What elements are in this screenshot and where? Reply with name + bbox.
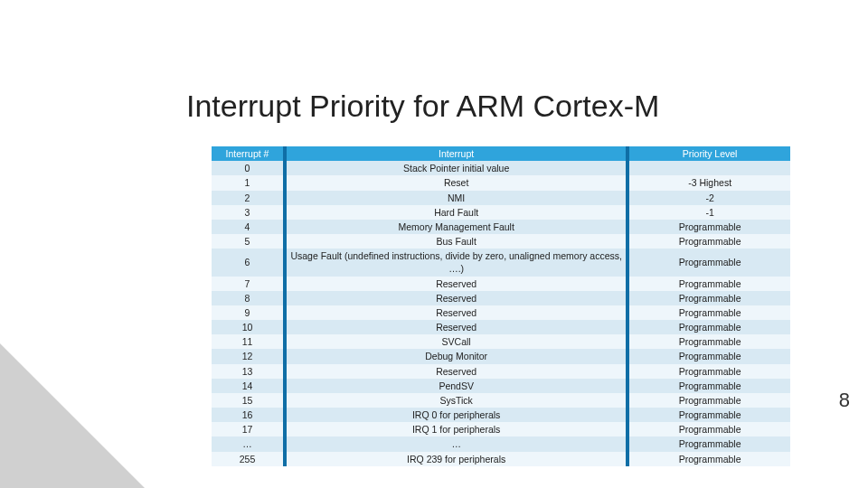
cell-interrupt-number: 17 [212,422,283,436]
cell-priority-level: Programmable [629,379,790,393]
cell-priority-level: Programmable [629,277,790,291]
cell-interrupt-desc: Hard Fault [287,205,626,220]
cell-priority-level: Programmable [629,436,790,451]
cell-priority-level: Programmable [629,249,790,276]
cell-priority-level: Programmable [629,349,790,363]
cell-interrupt-desc: IRQ 1 for peripherals [287,422,626,436]
cell-priority-level: -2 [629,191,790,205]
cell-priority-level: Programmable [629,220,790,234]
cell-priority-level: -1 [629,205,790,220]
table-row: 12Debug MonitorProgrammable [212,349,790,363]
table-row: 0Stack Pointer initial value [212,161,790,175]
decor-triangle [0,343,145,488]
cell-interrupt-desc: SVCall [287,334,626,349]
cell-priority-level: -3 Highest [629,175,790,190]
cell-interrupt-number: 1 [212,175,283,190]
cell-interrupt-number: 5 [212,234,283,249]
cell-interrupt-desc: IRQ 239 for peripherals [287,452,626,466]
table-row: 7ReservedProgrammable [212,277,790,291]
cell-interrupt-number: 255 [212,452,283,466]
cell-interrupt-desc: NMI [287,191,626,205]
table-row: 11SVCallProgrammable [212,334,790,349]
cell-interrupt-desc: Stack Pointer initial value [287,161,626,175]
table-row: 14PendSVProgrammable [212,379,790,393]
cell-interrupt-desc: Memory Management Fault [287,220,626,234]
cell-priority-level: Programmable [629,408,790,422]
interrupt-table: Interrupt # Interrupt Priority Level 0St… [212,146,790,466]
cell-priority-level [629,161,790,175]
cell-interrupt-desc: Reserved [287,305,626,320]
table-row: 13ReservedProgrammable [212,364,790,379]
cell-interrupt-number: 16 [212,408,283,422]
table-row: 17IRQ 1 for peripheralsProgrammable [212,422,790,436]
cell-interrupt-desc: SysTick [287,393,626,408]
cell-priority-level: Programmable [629,393,790,408]
cell-priority-level: Programmable [629,320,790,334]
slide-title: Interrupt Priority for ARM Cortex-M [186,89,659,124]
table-row: 5Bus FaultProgrammable [212,234,790,249]
cell-interrupt-number: 10 [212,320,283,334]
cell-priority-level: Programmable [629,422,790,436]
cell-interrupt-desc: … [287,436,626,451]
cell-priority-level: Programmable [629,364,790,379]
table-row: 4Memory Management FaultProgrammable [212,220,790,234]
cell-interrupt-number: 13 [212,364,283,379]
cell-interrupt-number: 9 [212,305,283,320]
table-row: 16IRQ 0 for peripheralsProgrammable [212,408,790,422]
table-row: 8ReservedProgrammable [212,291,790,305]
table-row: 9ReservedProgrammable [212,305,790,320]
table-row: 10ReservedProgrammable [212,320,790,334]
cell-interrupt-number: 0 [212,161,283,175]
cell-priority-level: Programmable [629,305,790,320]
cell-interrupt-number: 11 [212,334,283,349]
header-interrupt-desc: Interrupt [287,146,626,161]
cell-interrupt-number: 8 [212,291,283,305]
cell-interrupt-number: 15 [212,393,283,408]
cell-priority-level: Programmable [629,291,790,305]
table-row: 15SysTickProgrammable [212,393,790,408]
cell-interrupt-number: 4 [212,220,283,234]
cell-priority-level: Programmable [629,452,790,466]
table-body: 0Stack Pointer initial value1Reset-3 Hig… [212,161,790,466]
cell-interrupt-number: 3 [212,205,283,220]
cell-interrupt-number: 2 [212,191,283,205]
table-row: 6Usage Fault (undefined instructions, di… [212,249,790,276]
cell-interrupt-desc: Debug Monitor [287,349,626,363]
cell-interrupt-desc: Reserved [287,364,626,379]
table-row: 255IRQ 239 for peripheralsProgrammable [212,452,790,466]
cell-interrupt-desc: IRQ 0 for peripherals [287,408,626,422]
page-number: 8 [839,389,850,412]
cell-interrupt-number: 7 [212,277,283,291]
cell-interrupt-desc: Reset [287,175,626,190]
cell-interrupt-number: 6 [212,249,283,276]
cell-interrupt-number: 14 [212,379,283,393]
table-row: 2NMI-2 [212,191,790,205]
cell-interrupt-desc: Reserved [287,277,626,291]
cell-interrupt-desc: Reserved [287,291,626,305]
cell-priority-level: Programmable [629,334,790,349]
table-row: ……Programmable [212,436,790,451]
cell-priority-level: Programmable [629,234,790,249]
table-row: 1Reset-3 Highest [212,175,790,190]
cell-interrupt-number: … [212,436,283,451]
cell-interrupt-desc: Reserved [287,320,626,334]
cell-interrupt-desc: Usage Fault (undefined instructions, div… [287,249,626,276]
header-priority-level: Priority Level [629,146,790,161]
table-header-row: Interrupt # Interrupt Priority Level [212,146,790,161]
table-row: 3Hard Fault-1 [212,205,790,220]
cell-interrupt-desc: Bus Fault [287,234,626,249]
cell-interrupt-number: 12 [212,349,283,363]
cell-interrupt-desc: PendSV [287,379,626,393]
header-interrupt-number: Interrupt # [212,146,283,161]
